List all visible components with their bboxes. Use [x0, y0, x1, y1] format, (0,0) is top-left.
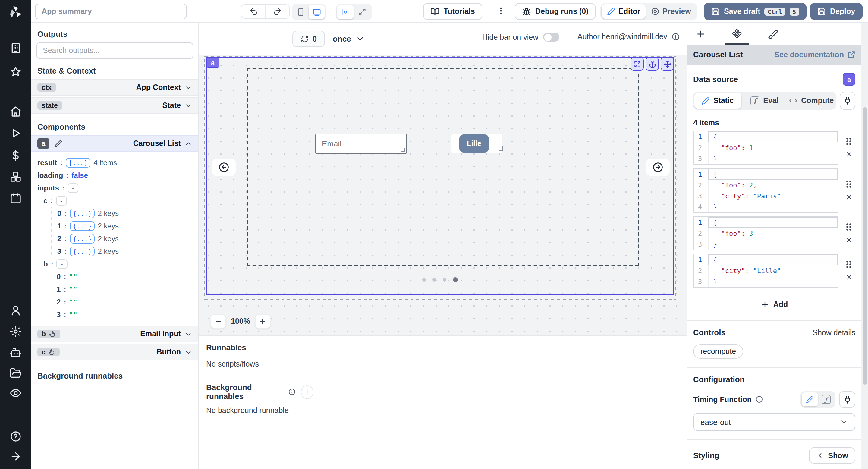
json-editor-item-2[interactable]: 1{2 "foo": 2,3 "city": "Paris"4}: [693, 168, 838, 213]
styling-show-button[interactable]: Show: [809, 447, 855, 464]
ctx-row[interactable]: ctx App Context: [31, 79, 198, 96]
tree-row-c-3[interactable]: 3 : {...} 2 keys: [52, 245, 192, 257]
settings-gear-icon[interactable]: [10, 325, 22, 338]
collapse-badge[interactable]: -: [56, 196, 67, 205]
users-person-icon[interactable]: [10, 305, 22, 316]
delete-item-x-icon[interactable]: [845, 193, 852, 201]
refresh-frequency-dropdown[interactable]: once: [333, 31, 365, 47]
tutorials-button[interactable]: Tutorials: [423, 3, 482, 20]
center-content-button[interactable]: [337, 5, 354, 19]
info-icon[interactable]: [755, 396, 763, 403]
ai-robot-icon[interactable]: [10, 347, 22, 359]
help-icon[interactable]: [10, 430, 22, 442]
drag-handle-icon[interactable]: [845, 223, 852, 231]
recompute-button[interactable]: recompute: [693, 344, 743, 359]
carousel-inner-container[interactable]: [247, 67, 639, 267]
tree-row-c[interactable]: c : -: [43, 194, 192, 207]
windmill-logo-icon[interactable]: [8, 5, 23, 19]
carousel-prev-button[interactable]: [212, 159, 236, 176]
static-mode-button[interactable]: Static: [694, 93, 741, 108]
tree-row-c-1[interactable]: 1 : {...} 2 keys: [52, 219, 192, 232]
tree-row-b-2[interactable]: 2 : "": [51, 295, 192, 308]
lille-button-component[interactable]: Lille: [459, 134, 489, 153]
tree-row-b-0[interactable]: 0 : "": [51, 270, 192, 283]
insert-component-tab[interactable]: [687, 23, 714, 44]
email-input-component-row[interactable]: b Email Input: [31, 325, 198, 342]
runs-play-icon[interactable]: [10, 127, 22, 139]
variables-dollar-icon[interactable]: [10, 150, 22, 162]
collapse-badge[interactable]: -: [56, 259, 67, 269]
undo-button[interactable]: [241, 5, 265, 18]
timing-function-select[interactable]: ease-out: [693, 413, 855, 431]
tree-row-b[interactable]: b : -: [43, 257, 192, 270]
carousel-dot-3[interactable]: [453, 277, 458, 282]
object-badge[interactable]: {...}: [70, 221, 95, 230]
deploy-button[interactable]: Deploy: [810, 3, 862, 20]
preview-tab[interactable]: Preview: [646, 4, 696, 19]
delete-item-x-icon[interactable]: [845, 236, 852, 244]
folders-icon[interactable]: [10, 367, 22, 379]
component-settings-tab[interactable]: [723, 23, 750, 44]
workspace-icon[interactable]: [10, 42, 22, 54]
object-badge[interactable]: {...}: [70, 246, 95, 256]
app-summary-input[interactable]: [35, 4, 187, 19]
add-item-button[interactable]: Add: [693, 297, 855, 312]
timing-eval-button[interactable]: ƒ: [818, 393, 834, 406]
add-background-runnable-button[interactable]: [301, 385, 313, 399]
object-badge[interactable]: {...}: [70, 208, 95, 218]
save-draft-button[interactable]: Save draft Ctrl S: [704, 3, 806, 20]
full-width-button[interactable]: [354, 5, 371, 19]
state-row[interactable]: state State: [31, 97, 198, 114]
button-component-cell[interactable]: Lille: [452, 134, 502, 153]
anchor-component-button[interactable]: [646, 57, 659, 70]
drag-handle-icon[interactable]: [845, 260, 852, 269]
edit-pencil-icon[interactable]: [54, 139, 62, 147]
json-editor-item-1[interactable]: 1{2 "foo": 13}: [693, 131, 838, 164]
show-details-link[interactable]: Show details: [812, 328, 855, 337]
redo-button[interactable]: [265, 5, 289, 18]
resources-boxes-icon[interactable]: [10, 170, 22, 183]
collapse-badge[interactable]: -: [67, 183, 79, 193]
tree-row-loading[interactable]: loading : false: [37, 169, 192, 182]
see-documentation-link[interactable]: See documentation: [774, 50, 855, 59]
resize-handle[interactable]: [401, 148, 405, 152]
tree-row-c-2[interactable]: 2 : {...} 2 keys: [52, 232, 192, 245]
carousel-next-button[interactable]: [646, 159, 670, 176]
panel-scrollbar[interactable]: [861, 23, 868, 469]
hide-bar-toggle[interactable]: [543, 33, 559, 41]
carousel-dot-1[interactable]: [433, 278, 436, 282]
expand-rail-arrow-icon[interactable]: [10, 450, 22, 462]
eval-mode-button[interactable]: ƒ Eval: [741, 93, 788, 108]
tree-row-inputs[interactable]: inputs : -: [37, 182, 192, 194]
debug-runs-button[interactable]: Debug runs (0): [515, 3, 595, 20]
favorites-star-icon[interactable]: [10, 66, 22, 78]
delete-item-x-icon[interactable]: [845, 273, 852, 281]
connect-plug-button[interactable]: [840, 92, 855, 110]
carousel-dot-2[interactable]: [443, 278, 446, 282]
resize-handle[interactable]: [499, 147, 503, 151]
zoom-out-button[interactable]: [210, 314, 226, 329]
move-component-button[interactable]: [661, 57, 674, 70]
json-editor-item-3[interactable]: 1{2 "foo": 33}: [693, 216, 838, 250]
audit-eye-icon[interactable]: [10, 387, 22, 399]
more-menu-button[interactable]: [495, 5, 506, 16]
tree-row-b-3[interactable]: 3 : "": [51, 308, 192, 321]
refresh-counter[interactable]: 0: [292, 31, 325, 47]
home-icon[interactable]: [10, 105, 22, 118]
drag-handle-icon[interactable]: [845, 180, 852, 188]
app-canvas[interactable]: a Email L: [199, 56, 687, 335]
expand-component-button[interactable]: [630, 57, 644, 70]
carousel-dot-0[interactable]: [422, 278, 426, 282]
tree-row-b-1[interactable]: 1 : "": [51, 283, 192, 295]
schedules-calendar-icon[interactable]: [10, 192, 22, 205]
email-input-component[interactable]: Email: [315, 134, 407, 154]
drag-handle-icon[interactable]: [845, 137, 852, 146]
zoom-in-button[interactable]: [255, 314, 271, 329]
delete-item-x-icon[interactable]: [845, 150, 852, 158]
desktop-view-button[interactable]: [309, 5, 325, 19]
timing-plug-button[interactable]: [839, 391, 855, 408]
info-icon[interactable]: [672, 33, 680, 41]
scrollbar-thumb[interactable]: [862, 107, 867, 385]
mobile-view-button[interactable]: [293, 5, 309, 19]
button-component-row[interactable]: c Button: [31, 344, 198, 361]
